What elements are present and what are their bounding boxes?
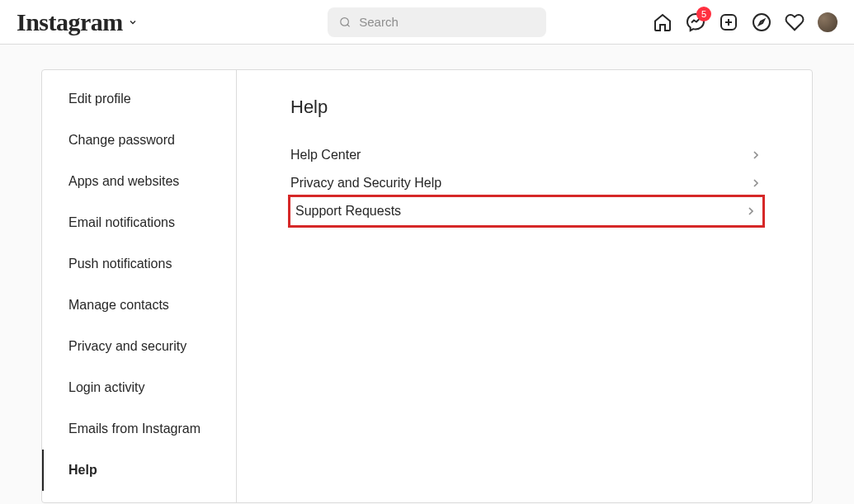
sidebar-item-label: Help: [68, 463, 97, 477]
activity-icon[interactable]: [785, 12, 804, 32]
svg-marker-6: [759, 20, 764, 25]
chevron-down-icon: [128, 17, 138, 27]
sidebar-item-help[interactable]: Help: [42, 450, 236, 491]
help-item-support-requests[interactable]: Support Requests: [288, 195, 765, 228]
sidebar-item-label: Apps and websites: [68, 174, 179, 188]
sidebar-item-emails-from-instagram[interactable]: Emails from Instagram: [42, 408, 236, 450]
settings-sidebar: Edit profileChange passwordApps and webs…: [42, 70, 237, 502]
svg-point-5: [753, 14, 770, 31]
sidebar-item-apps-and-websites[interactable]: Apps and websites: [42, 161, 236, 202]
badge-count: 5: [696, 7, 711, 21]
sidebar-item-label: Push notifications: [68, 257, 172, 271]
sidebar-item-label: Privacy and security: [68, 339, 186, 353]
help-item-help-center[interactable]: Help Center: [290, 141, 762, 169]
help-item-label: Privacy and Security Help: [290, 176, 441, 191]
new-post-icon[interactable]: [719, 12, 738, 32]
search-box[interactable]: [328, 7, 546, 37]
svg-line-1: [347, 24, 350, 26]
sidebar-item-push-notifications[interactable]: Push notifications: [42, 243, 236, 285]
logo-text: Instagram: [17, 8, 123, 36]
chevron-right-icon: [744, 205, 757, 218]
help-item-privacy-and-security-help[interactable]: Privacy and Security Help: [290, 169, 762, 197]
messenger-icon[interactable]: 5: [686, 12, 705, 32]
sidebar-item-change-password[interactable]: Change password: [42, 120, 236, 161]
search-icon: [339, 16, 351, 29]
chevron-right-icon: [749, 177, 762, 190]
page-title: Help: [290, 97, 762, 118]
help-item-label: Support Requests: [295, 204, 401, 219]
avatar[interactable]: [818, 12, 837, 32]
logo-area[interactable]: Instagram: [17, 8, 138, 36]
svg-point-0: [341, 17, 349, 26]
sidebar-item-label: Manage contacts: [68, 298, 169, 312]
help-list: Help CenterPrivacy and Security HelpSupp…: [290, 141, 762, 225]
sidebar-item-privacy-and-security[interactable]: Privacy and security: [42, 326, 236, 367]
sidebar-item-email-notifications[interactable]: Email notifications: [42, 202, 236, 243]
sidebar-item-edit-profile[interactable]: Edit profile: [42, 78, 236, 120]
sidebar-item-label: Edit profile: [68, 92, 131, 106]
chevron-right-icon: [749, 148, 762, 162]
sidebar-item-label: Email notifications: [68, 215, 175, 229]
sidebar-item-login-activity[interactable]: Login activity: [42, 367, 236, 408]
nav-icons: 5: [653, 12, 837, 32]
sidebar-item-label: Login activity: [68, 380, 145, 394]
help-item-label: Help Center: [290, 148, 361, 163]
sidebar-item-label: Change password: [68, 133, 175, 147]
home-icon[interactable]: [653, 12, 672, 32]
settings-container: Edit profileChange passwordApps and webs…: [41, 69, 813, 503]
explore-icon[interactable]: [752, 12, 771, 32]
sidebar-item-manage-contacts[interactable]: Manage contacts: [42, 285, 236, 326]
search-input[interactable]: [359, 15, 535, 29]
top-header: Instagram 5: [0, 0, 854, 45]
settings-main: Help Help CenterPrivacy and Security Hel…: [237, 70, 812, 502]
sidebar-item-label: Emails from Instagram: [68, 422, 201, 436]
